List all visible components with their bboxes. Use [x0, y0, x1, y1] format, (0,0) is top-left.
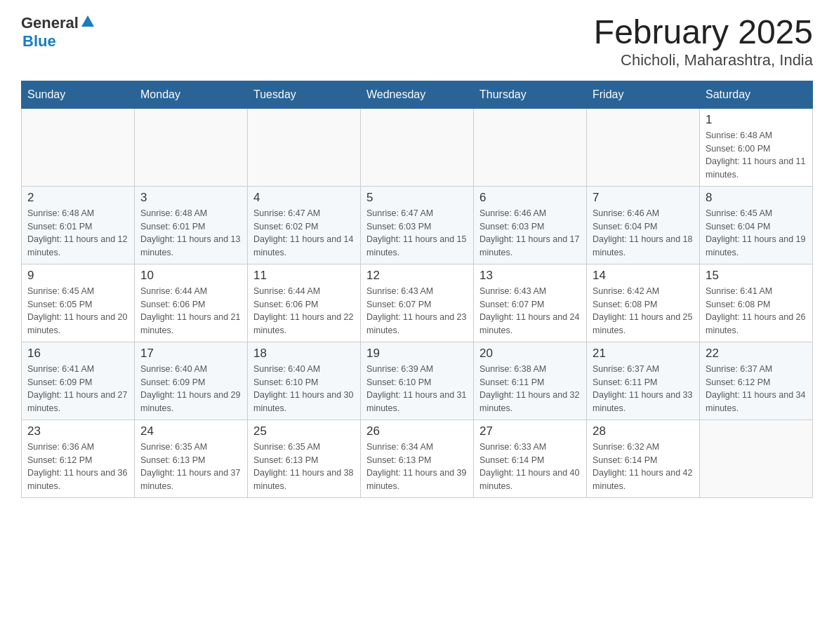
day-number: 19 — [366, 347, 468, 361]
weekday-header-friday: Friday — [587, 81, 700, 108]
weekday-header-saturday: Saturday — [700, 81, 813, 108]
day-info: Sunrise: 6:37 AMSunset: 6:11 PMDaylight:… — [593, 363, 694, 415]
calendar-cell: 28Sunrise: 6:32 AMSunset: 6:14 PMDayligh… — [587, 420, 700, 497]
day-info: Sunrise: 6:35 AMSunset: 6:13 PMDaylight:… — [140, 441, 241, 493]
calendar-cell: 5Sunrise: 6:47 AMSunset: 6:03 PMDaylight… — [361, 186, 474, 264]
calendar-cell: 2Sunrise: 6:48 AMSunset: 6:01 PMDaylight… — [22, 186, 135, 264]
day-number: 8 — [706, 191, 807, 205]
calendar-cell: 16Sunrise: 6:41 AMSunset: 6:09 PMDayligh… — [22, 342, 135, 420]
calendar-cell: 17Sunrise: 6:40 AMSunset: 6:09 PMDayligh… — [135, 342, 248, 420]
day-number: 22 — [706, 347, 807, 361]
calendar-cell — [248, 108, 361, 186]
page-header: General Blue February 2025 Chicholi, Mah… — [21, 14, 813, 69]
day-info: Sunrise: 6:41 AMSunset: 6:08 PMDaylight:… — [706, 285, 807, 337]
weekday-header-row: SundayMondayTuesdayWednesdayThursdayFrid… — [22, 81, 813, 108]
day-info: Sunrise: 6:42 AMSunset: 6:08 PMDaylight:… — [593, 285, 694, 337]
day-info: Sunrise: 6:45 AMSunset: 6:04 PMDaylight:… — [706, 207, 807, 260]
weekday-header-thursday: Thursday — [474, 81, 587, 108]
calendar-cell: 12Sunrise: 6:43 AMSunset: 6:07 PMDayligh… — [361, 264, 474, 342]
day-number: 9 — [27, 269, 128, 283]
day-info: Sunrise: 6:46 AMSunset: 6:04 PMDaylight:… — [593, 207, 694, 260]
day-number: 3 — [140, 191, 241, 205]
day-number: 13 — [479, 269, 581, 283]
day-info: Sunrise: 6:36 AMSunset: 6:12 PMDaylight:… — [27, 441, 128, 493]
weekday-header-tuesday: Tuesday — [248, 81, 361, 108]
day-number: 16 — [27, 347, 128, 361]
day-number: 14 — [593, 269, 694, 283]
calendar-week-row: 9Sunrise: 6:45 AMSunset: 6:05 PMDaylight… — [22, 264, 813, 342]
day-number: 5 — [366, 191, 468, 205]
calendar-cell: 4Sunrise: 6:47 AMSunset: 6:02 PMDaylight… — [248, 186, 361, 264]
day-number: 10 — [140, 269, 241, 283]
calendar-week-row: 1Sunrise: 6:48 AMSunset: 6:00 PMDaylight… — [22, 108, 813, 186]
logo-general: General — [21, 14, 79, 32]
calendar-cell: 3Sunrise: 6:48 AMSunset: 6:01 PMDaylight… — [135, 186, 248, 264]
day-info: Sunrise: 6:48 AMSunset: 6:01 PMDaylight:… — [27, 207, 128, 260]
day-info: Sunrise: 6:47 AMSunset: 6:02 PMDaylight:… — [253, 207, 355, 260]
calendar-cell: 25Sunrise: 6:35 AMSunset: 6:13 PMDayligh… — [248, 420, 361, 497]
day-number: 15 — [706, 269, 807, 283]
calendar-cell: 8Sunrise: 6:45 AMSunset: 6:04 PMDaylight… — [700, 186, 813, 264]
calendar-cell — [474, 108, 587, 186]
day-number: 17 — [140, 347, 241, 361]
day-info: Sunrise: 6:33 AMSunset: 6:14 PMDaylight:… — [479, 441, 581, 493]
calendar-cell: 6Sunrise: 6:46 AMSunset: 6:03 PMDaylight… — [474, 186, 587, 264]
day-info: Sunrise: 6:44 AMSunset: 6:06 PMDaylight:… — [140, 285, 241, 337]
calendar-cell — [700, 420, 813, 497]
calendar-cell — [361, 108, 474, 186]
calendar-cell: 14Sunrise: 6:42 AMSunset: 6:08 PMDayligh… — [587, 264, 700, 342]
day-info: Sunrise: 6:45 AMSunset: 6:05 PMDaylight:… — [27, 285, 128, 337]
calendar-cell: 18Sunrise: 6:40 AMSunset: 6:10 PMDayligh… — [248, 342, 361, 420]
calendar-week-row: 16Sunrise: 6:41 AMSunset: 6:09 PMDayligh… — [22, 342, 813, 420]
calendar-week-row: 23Sunrise: 6:36 AMSunset: 6:12 PMDayligh… — [22, 420, 813, 497]
day-number: 21 — [593, 347, 694, 361]
day-info: Sunrise: 6:48 AMSunset: 6:01 PMDaylight:… — [140, 207, 241, 260]
calendar-cell — [135, 108, 248, 186]
calendar-cell: 20Sunrise: 6:38 AMSunset: 6:11 PMDayligh… — [474, 342, 587, 420]
day-info: Sunrise: 6:44 AMSunset: 6:06 PMDaylight:… — [253, 285, 355, 337]
calendar-cell: 26Sunrise: 6:34 AMSunset: 6:13 PMDayligh… — [361, 420, 474, 497]
title-section: February 2025 Chicholi, Maharashtra, Ind… — [594, 14, 813, 69]
month-title: February 2025 — [594, 14, 813, 51]
logo: General Blue — [21, 14, 95, 51]
calendar-cell: 9Sunrise: 6:45 AMSunset: 6:05 PMDaylight… — [22, 264, 135, 342]
calendar-cell: 1Sunrise: 6:48 AMSunset: 6:00 PMDaylight… — [700, 108, 813, 186]
day-info: Sunrise: 6:46 AMSunset: 6:03 PMDaylight:… — [479, 207, 581, 260]
calendar-cell — [22, 108, 135, 186]
calendar-table: SundayMondayTuesdayWednesdayThursdayFrid… — [21, 81, 813, 498]
day-number: 7 — [593, 191, 694, 205]
day-number: 24 — [140, 424, 241, 438]
calendar-week-row: 2Sunrise: 6:48 AMSunset: 6:01 PMDaylight… — [22, 186, 813, 264]
day-number: 1 — [706, 113, 807, 127]
day-number: 4 — [253, 191, 355, 205]
calendar-cell: 7Sunrise: 6:46 AMSunset: 6:04 PMDaylight… — [587, 186, 700, 264]
calendar-cell — [587, 108, 700, 186]
calendar-cell: 15Sunrise: 6:41 AMSunset: 6:08 PMDayligh… — [700, 264, 813, 342]
day-info: Sunrise: 6:38 AMSunset: 6:11 PMDaylight:… — [479, 363, 581, 415]
weekday-header-sunday: Sunday — [22, 81, 135, 108]
calendar-cell: 23Sunrise: 6:36 AMSunset: 6:12 PMDayligh… — [22, 420, 135, 497]
weekday-header-monday: Monday — [135, 81, 248, 108]
calendar-cell: 24Sunrise: 6:35 AMSunset: 6:13 PMDayligh… — [135, 420, 248, 497]
calendar-cell: 27Sunrise: 6:33 AMSunset: 6:14 PMDayligh… — [474, 420, 587, 497]
calendar-cell: 10Sunrise: 6:44 AMSunset: 6:06 PMDayligh… — [135, 264, 248, 342]
location-title: Chicholi, Maharashtra, India — [594, 51, 813, 69]
day-number: 18 — [253, 347, 355, 361]
day-info: Sunrise: 6:48 AMSunset: 6:00 PMDaylight:… — [706, 129, 807, 182]
day-info: Sunrise: 6:39 AMSunset: 6:10 PMDaylight:… — [366, 363, 468, 415]
day-number: 12 — [366, 269, 468, 283]
calendar-cell: 21Sunrise: 6:37 AMSunset: 6:11 PMDayligh… — [587, 342, 700, 420]
day-number: 25 — [253, 424, 355, 438]
day-number: 23 — [27, 424, 128, 438]
calendar-cell: 22Sunrise: 6:37 AMSunset: 6:12 PMDayligh… — [700, 342, 813, 420]
calendar-cell: 19Sunrise: 6:39 AMSunset: 6:10 PMDayligh… — [361, 342, 474, 420]
day-info: Sunrise: 6:35 AMSunset: 6:13 PMDaylight:… — [253, 441, 355, 493]
day-number: 20 — [479, 347, 581, 361]
calendar-cell: 13Sunrise: 6:43 AMSunset: 6:07 PMDayligh… — [474, 264, 587, 342]
logo-arrow-icon — [80, 14, 95, 29]
day-number: 26 — [366, 424, 468, 438]
day-number: 28 — [593, 424, 694, 438]
day-info: Sunrise: 6:43 AMSunset: 6:07 PMDaylight:… — [366, 285, 468, 337]
day-number: 6 — [479, 191, 581, 205]
day-info: Sunrise: 6:41 AMSunset: 6:09 PMDaylight:… — [27, 363, 128, 415]
